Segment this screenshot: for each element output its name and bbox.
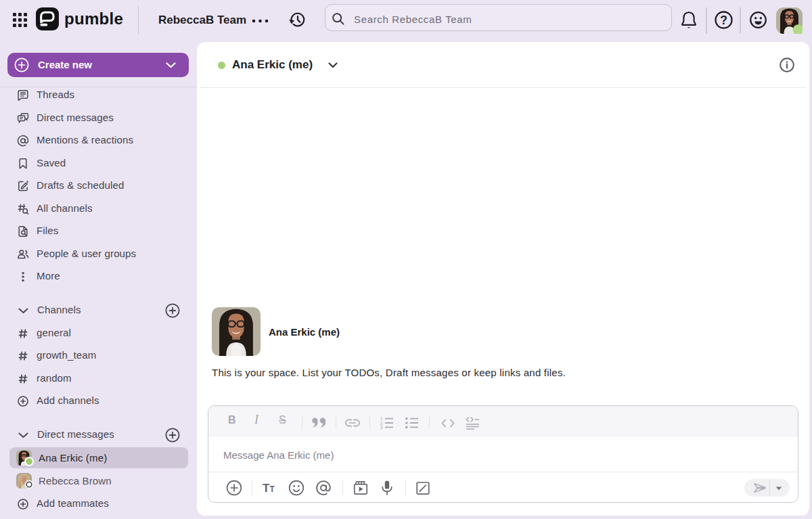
svg-text:T: T (270, 484, 275, 494)
svg-text:T: T (263, 482, 270, 495)
svg-text:3: 3 (380, 425, 383, 429)
svg-text:?: ? (720, 14, 727, 27)
